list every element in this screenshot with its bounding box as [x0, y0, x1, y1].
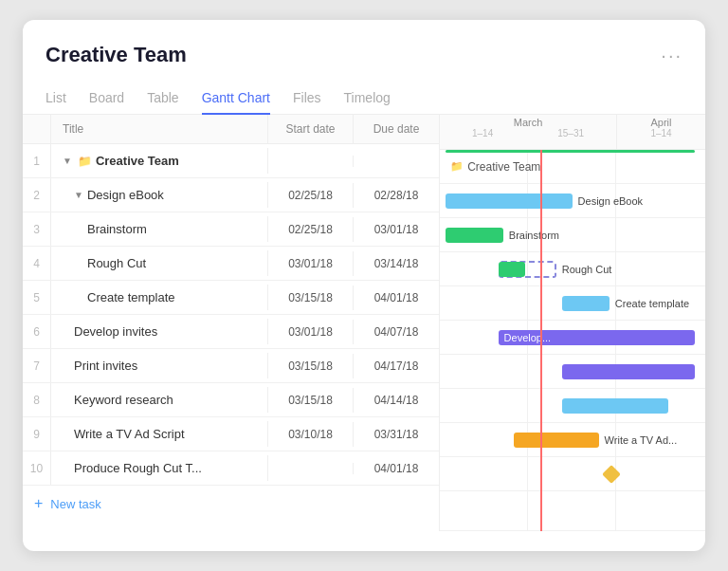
gantt-chart: March 1–14 15–31 April 1–14 — [440, 115, 705, 531]
col-num — [23, 115, 51, 143]
task-table: Title Start date Due date 1 ▼ 📁 Creative… — [23, 115, 440, 531]
gantt-bar-tvad — [514, 433, 599, 448]
plus-icon: + — [34, 495, 43, 512]
row-start: 02/25/18 — [268, 183, 354, 208]
row-num: 1 — [23, 144, 51, 177]
table-row[interactable]: 5 Create template 03/15/18 04/01/18 — [23, 281, 439, 315]
row-start: 03/15/18 — [268, 286, 354, 310]
row-num: 5 — [23, 281, 51, 314]
tab-gantt[interactable]: Gantt Chart — [202, 83, 270, 115]
tab-list[interactable]: List — [46, 83, 66, 115]
gantt-bar-template — [562, 296, 610, 311]
gantt-row: Develop... — [440, 321, 705, 355]
new-task-label: New task — [50, 497, 100, 511]
content-area: Title Start date Due date 1 ▼ 📁 Creative… — [23, 115, 705, 531]
gantt-sub-label: 1–14 — [472, 128, 493, 138]
chevron-icon: ▼ — [63, 156, 72, 166]
table-row[interactable]: 10 Produce Rough Cut T... 04/01/18 — [23, 451, 439, 486]
row-due: 04/01/18 — [354, 286, 439, 310]
row-title: Brainstorm — [51, 216, 268, 242]
gantt-row: 📁 Creative Team — [440, 150, 705, 184]
gantt-bar-keyword — [562, 398, 668, 414]
gantt-milestone-diamond — [602, 465, 621, 484]
gantt-row: Brainstorm — [440, 218, 705, 252]
gantt-body: 📁 Creative Team Design eBook Brainstorm — [440, 150, 705, 531]
row-due: 03/31/18 — [354, 422, 439, 447]
new-task-row[interactable]: + New task — [23, 486, 439, 522]
table-row[interactable]: 9 Write a TV Ad Script 03/10/18 03/31/18 — [23, 417, 439, 451]
gantt-label-roughcut: Rough Cut — [562, 262, 612, 277]
row-due: 04/17/18 — [354, 354, 439, 378]
table-row[interactable]: 4 Rough Cut 03/01/18 03/14/18 — [23, 247, 439, 281]
row-num: 10 — [23, 451, 51, 485]
table-row[interactable]: 6 Develop invites 03/01/18 04/07/18 — [23, 315, 439, 349]
gantt-bar-develop: Develop... — [499, 330, 695, 345]
gantt-row — [440, 457, 705, 491]
col-due: Due date — [354, 115, 439, 143]
gantt-bar-design-ebook — [446, 193, 573, 209]
gantt-sub-label: 15–31 — [557, 128, 584, 138]
row-start: 03/10/18 — [268, 422, 354, 447]
gantt-row: Create template — [440, 286, 705, 321]
gantt-bar-brainstorm — [446, 228, 504, 243]
tab-table[interactable]: Table — [147, 83, 178, 115]
more-options-button[interactable]: ··· — [661, 45, 682, 66]
row-num: 6 — [23, 315, 51, 348]
gantt-label-tvad: Write a TV Ad... — [605, 433, 678, 448]
table-row[interactable]: 2 ▼ Design eBook 02/25/18 02/28/18 — [23, 178, 439, 212]
row-title: Print invites — [51, 353, 268, 378]
table-row[interactable]: 8 Keyword research 03/15/18 04/14/18 — [23, 383, 439, 417]
row-due: 02/28/18 — [354, 183, 439, 208]
gantt-header: March 1–14 15–31 April 1–14 — [440, 115, 705, 150]
card-header: Creative Team ··· — [23, 43, 705, 83]
gantt-month-march: March 1–14 15–31 — [440, 115, 617, 149]
row-title: Write a TV Ad Script — [51, 421, 268, 447]
row-num: 4 — [23, 247, 51, 280]
row-start — [268, 463, 354, 474]
gantt-project-bar — [446, 150, 695, 153]
gantt-row-empty — [440, 491, 705, 531]
card-title: Creative Team — [46, 43, 187, 67]
row-title: Develop invites — [51, 319, 268, 344]
row-num: 2 — [23, 178, 51, 212]
table-row[interactable]: 1 ▼ 📁 Creative Team — [23, 144, 439, 178]
folder-icon: 📁 — [78, 155, 92, 168]
row-start: 02/25/18 — [268, 217, 354, 242]
gantt-label-template: Create template — [615, 296, 689, 311]
row-title: Create template — [51, 285, 268, 310]
gantt-label-brainstorm: Brainstorm — [509, 228, 559, 243]
tab-bar: List Board Table Gantt Chart Files Timel… — [23, 83, 705, 115]
gantt-row: Rough Cut — [440, 252, 705, 286]
row-num: 7 — [23, 349, 51, 382]
today-line — [540, 150, 542, 531]
table-row[interactable]: 3 Brainstorm 02/25/18 03/01/18 — [23, 212, 439, 247]
folder-icon: 📁 — [450, 160, 464, 173]
gantt-row — [440, 355, 705, 389]
row-start — [268, 156, 354, 167]
gantt-month-april: April 1–14 — [617, 115, 705, 149]
gantt-row: Design eBook — [440, 184, 705, 218]
row-start: 03/01/18 — [268, 320, 354, 344]
row-title: Rough Cut — [51, 250, 268, 276]
col-start: Start date — [268, 115, 354, 143]
tab-board[interactable]: Board — [89, 83, 124, 115]
tab-files[interactable]: Files — [293, 83, 321, 115]
row-due: 04/01/18 — [354, 456, 439, 481]
row-due: 04/14/18 — [354, 388, 439, 413]
row-num: 8 — [23, 383, 51, 416]
row-start: 03/15/18 — [268, 354, 354, 378]
gantt-bar-print — [562, 364, 695, 379]
main-card: Creative Team ··· List Board Table Gantt… — [23, 20, 705, 551]
row-due — [354, 156, 439, 167]
row-title: Keyword research — [51, 387, 268, 413]
table-row[interactable]: 7 Print invites 03/15/18 04/17/18 — [23, 349, 439, 383]
row-due: 04/07/18 — [354, 320, 439, 344]
row-start: 03/15/18 — [268, 388, 354, 413]
row-num: 9 — [23, 417, 51, 451]
tab-timelog[interactable]: Timelog — [344, 83, 391, 115]
row-title: Produce Rough Cut T... — [51, 455, 268, 481]
gantt-row — [440, 389, 705, 423]
row-due: 03/01/18 — [354, 217, 439, 242]
row-start: 03/01/18 — [268, 251, 354, 276]
chevron-icon: ▼ — [74, 190, 83, 200]
